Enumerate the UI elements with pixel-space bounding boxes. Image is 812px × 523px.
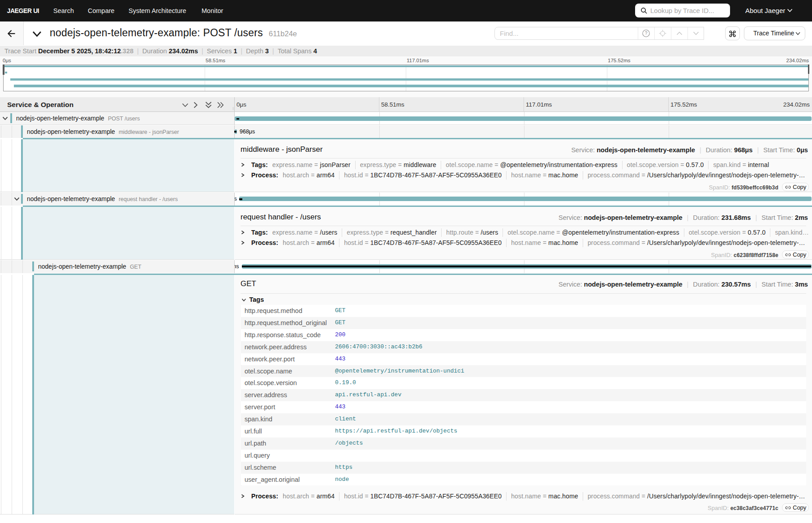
svg-text:?: ? (645, 31, 648, 36)
